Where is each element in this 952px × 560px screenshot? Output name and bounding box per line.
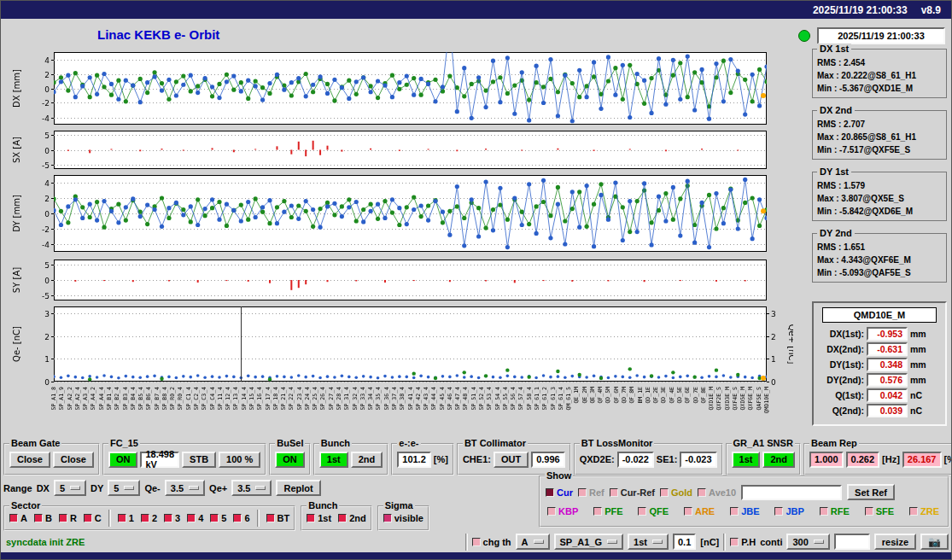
bunch-select-dropdown[interactable]: 1st (628, 534, 669, 550)
checkbox-icon (141, 514, 149, 522)
bunch-1st-button[interactable]: 1st (319, 452, 348, 468)
range-dx-label: DX (37, 483, 50, 493)
sector-r-checkbox[interactable]: R (59, 513, 77, 523)
monitor-row: DX(2nd): -0.631 mm (816, 342, 943, 356)
bunch-2nd-button[interactable]: 2nd (351, 452, 383, 468)
option-menu-dash (124, 486, 134, 490)
bpm-select-dropdown[interactable]: SP_A1_G (554, 534, 624, 550)
monitor-row: Q(2nd): 0.039 nC (816, 404, 943, 417)
ph-checkbox[interactable]: P.H (730, 537, 756, 547)
sector-6-checkbox[interactable]: 6 (233, 513, 249, 523)
option-menu-dash (255, 486, 266, 490)
fc15-percent-button[interactable]: 100 % (219, 452, 260, 468)
sigma-visible-checkbox[interactable]: visible (383, 513, 423, 523)
monitor-unit: mm (910, 359, 926, 370)
gr-snsr-2nd-button[interactable]: 2nd (762, 452, 795, 468)
replot-button[interactable]: Replot (276, 480, 320, 496)
sector-group: Sector A B R C 1 2 3 4 5 6 BT (3, 505, 295, 531)
beam-gate-close-button-2[interactable]: Close (53, 452, 94, 468)
gr-snsr-title: GR_A1 SNSR (732, 438, 795, 448)
bpm-monitor-name[interactable]: QMD10E_M (822, 307, 937, 323)
sector-2-checkbox[interactable]: 2 (141, 513, 157, 523)
bunch-2nd-checkbox[interactable]: 2nd (338, 513, 366, 523)
range-dy-dropdown[interactable]: 5 (108, 480, 140, 496)
show-cur-ref-checkbox[interactable]: Cur-Ref (610, 487, 655, 498)
che1-value: 0.996 (531, 452, 565, 468)
conti-label[interactable]: conti (760, 537, 782, 547)
checkbox-icon (383, 514, 392, 522)
checkbox-icon (730, 507, 739, 516)
range-qem-dropdown[interactable]: 3.5 (165, 480, 205, 496)
monitor-unit: nC (910, 390, 922, 400)
checkbox-icon (9, 514, 18, 522)
chg-th-checkbox[interactable]: chg th (472, 537, 511, 547)
sector-bt-checkbox[interactable]: BT (266, 513, 290, 523)
threshold-value[interactable]: 0.1 (673, 534, 696, 550)
show-gold-checkbox[interactable]: Gold (660, 487, 692, 498)
checkbox-icon (59, 514, 67, 522)
stats-panel-title: DX 2nd (817, 105, 855, 115)
bunch-top-group: Bunch 1st 2nd (313, 443, 388, 475)
checkbox-icon (865, 507, 873, 516)
orbit-charts-canvas (8, 50, 793, 436)
monitor-unit: nC (910, 405, 922, 416)
monitor-value: 0.042 (867, 388, 908, 402)
range-qep-dropdown[interactable]: 3.5 (231, 480, 272, 496)
sector-select-dropdown[interactable]: A (516, 534, 550, 550)
option-menu-dash (534, 540, 544, 544)
show-sfe-checkbox[interactable]: SFE (865, 506, 894, 516)
option-menu-dash (607, 540, 617, 544)
sector-a-checkbox[interactable]: A (9, 513, 27, 523)
window-titlebar: 2025/11/19 21:00:33 v8.9 (1, 1, 951, 19)
gr-snsr-1st-button[interactable]: 1st (732, 452, 761, 468)
checkbox-icon (307, 514, 315, 522)
show-pfe-checkbox[interactable]: PFE (593, 506, 622, 516)
control-row-3: Sector A B R C 1 2 3 4 5 6 BT Bunch 1st … (3, 505, 429, 531)
set-ref-button[interactable]: Set Ref (847, 484, 895, 500)
beam-gate-group: Beam Gate Close Close (3, 443, 100, 475)
screenshot-button[interactable]: 📷 (920, 534, 949, 550)
show-qfe-checkbox[interactable]: QFE (638, 506, 669, 516)
sector-c-checkbox[interactable]: C (84, 513, 102, 523)
beam-gate-close-button-1[interactable]: Close (9, 452, 50, 468)
control-row-1: Beam Gate Close Close FC_15 ON 18.498 kV… (3, 443, 952, 475)
sector-4-checkbox[interactable]: 4 (187, 513, 203, 523)
resize-button[interactable]: resize (874, 534, 916, 550)
stats-panel-dy2: DY 2nd RMS : 1.651 Max : 4.343@QXF6E_M M… (812, 233, 947, 283)
show-jbe-checkbox[interactable]: JBE (730, 506, 759, 516)
bunch-1st-checkbox[interactable]: 1st (307, 513, 331, 523)
fc15-on-button[interactable]: ON (108, 452, 138, 468)
beam-rep-value-2: 0.262 (846, 452, 880, 468)
sector-5-checkbox[interactable]: 5 (210, 513, 226, 523)
fc15-stb-button[interactable]: STB (182, 452, 216, 468)
show-kbp-checkbox[interactable]: KBP (547, 506, 578, 516)
show-jbp-checkbox[interactable]: JBP (774, 506, 803, 516)
option-menu-dash (652, 540, 663, 544)
sector-1-checkbox[interactable]: 1 (118, 513, 134, 523)
range-qep-label: Qe+ (209, 483, 227, 493)
monitor-label: DX(1st): (816, 329, 864, 339)
stats-rms: RMS : 1.579 (817, 179, 942, 192)
range-qem-label: Qe- (144, 483, 160, 493)
status-bar: syncdata init ZRE chg th A SP_A1_G 1st 0… (1, 530, 952, 553)
range-dx-dropdown[interactable]: 5 (54, 480, 86, 496)
interval-dropdown[interactable]: 300 (786, 534, 829, 550)
sector-3-checkbox[interactable]: 3 (164, 513, 180, 523)
show-rfe-checkbox[interactable]: RFE (820, 506, 850, 516)
che1-label: CHE1: (463, 454, 491, 464)
sector-b-checkbox[interactable]: B (34, 513, 52, 523)
show-are-checkbox[interactable]: ARE (684, 506, 715, 516)
checkbox-icon (593, 507, 602, 516)
count-field[interactable] (834, 534, 870, 550)
option-menu-dash (70, 486, 80, 490)
monitor-label: DX(2nd): (816, 344, 864, 354)
show-ref-checkbox[interactable]: Ref (578, 487, 604, 498)
show-cur-checkbox[interactable]: Cur (546, 487, 573, 498)
separator (723, 534, 726, 551)
show-zre-checkbox[interactable]: ZRE (909, 506, 939, 516)
che1-out-button[interactable]: OUT (494, 452, 529, 468)
checkbox-icon (547, 507, 556, 516)
ref-name-input[interactable] (741, 485, 842, 500)
show-ave10-checkbox[interactable]: Ave10 (698, 487, 736, 498)
busel-on-button[interactable]: ON (275, 452, 305, 468)
